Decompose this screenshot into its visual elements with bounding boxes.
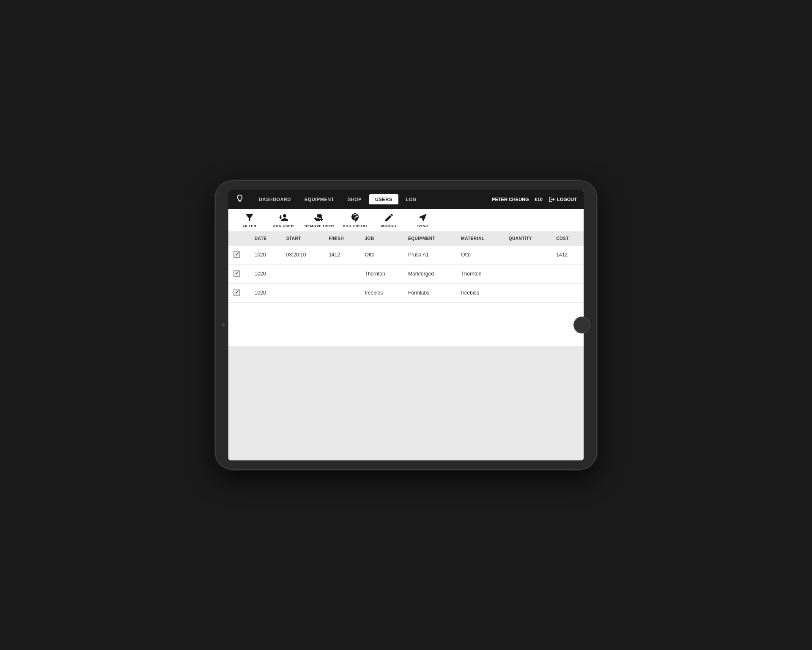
row-start: 03:20:10	[281, 245, 324, 264]
add-credit-button[interactable]: ADD CREDIT	[343, 212, 368, 228]
filter-icon	[244, 212, 255, 223]
row-checkbox-cell[interactable]	[228, 245, 250, 264]
sync-label: SYNC	[417, 224, 428, 228]
row-equipment: Formlabs	[403, 284, 456, 303]
tablet-screen: DASHBOARD EQUIPMENT SHOP USERS LOG PETER…	[228, 190, 584, 460]
row-job: Otto	[360, 245, 403, 264]
row-quantity	[504, 264, 551, 284]
modify-button[interactable]: MODIFY	[376, 212, 402, 228]
user-name: PETER CHEUNG	[492, 197, 529, 202]
row-date: 1020	[250, 245, 281, 264]
row-quantity	[504, 245, 551, 264]
table-header-row: DATE START FINISH JOB EQUIPMENT MATERIAL…	[228, 232, 584, 245]
table-row[interactable]: 102003:20:101412OttoPrusa A1Otto1412	[228, 245, 584, 264]
row-cost	[551, 284, 584, 303]
header-checkbox	[228, 232, 250, 245]
modify-icon	[384, 212, 394, 223]
data-table-container: DATE START FINISH JOB EQUIPMENT MATERIAL…	[228, 232, 584, 346]
nav-users[interactable]: USERS	[369, 194, 398, 204]
row-finish: 1412	[324, 245, 359, 264]
row-checkbox[interactable]	[233, 270, 240, 277]
table-row[interactable]: 1020ThorntonMarkforgedThornton	[228, 264, 584, 284]
data-table: DATE START FINISH JOB EQUIPMENT MATERIAL…	[228, 232, 584, 303]
toolbar: FILTER ADD USER REMOVE USER	[228, 209, 584, 232]
row-cost	[551, 264, 584, 284]
sync-button[interactable]: SYNC	[410, 212, 436, 228]
header-material: MATERIAL	[456, 232, 503, 245]
user-credit: £10	[535, 197, 543, 202]
row-quantity	[504, 284, 551, 303]
row-checkbox[interactable]	[233, 251, 240, 258]
app-logo	[235, 194, 244, 205]
nav-links: DASHBOARD EQUIPMENT SHOP USERS LOG	[253, 194, 492, 204]
row-start	[281, 284, 324, 303]
row-date: 1020	[250, 284, 281, 303]
add-user-button[interactable]: ADD USER	[271, 212, 296, 228]
row-start	[281, 264, 324, 284]
row-material: Thornton	[456, 264, 503, 284]
header-job: JOB	[360, 232, 403, 245]
add-credit-icon	[350, 212, 360, 223]
empty-content-area	[228, 346, 584, 460]
row-material: Otto	[456, 245, 503, 264]
nav-shop[interactable]: SHOP	[342, 194, 368, 204]
nav-equipment[interactable]: EQUIPMENT	[299, 194, 340, 204]
header-cost: COST	[551, 232, 584, 245]
nav-log[interactable]: LOG	[400, 194, 422, 204]
row-checkbox[interactable]	[233, 289, 240, 296]
logout-icon	[549, 196, 555, 203]
row-finish	[324, 284, 359, 303]
nav-dashboard[interactable]: DASHBOARD	[253, 194, 297, 204]
logout-button[interactable]: LOGOUT	[549, 196, 577, 203]
row-date: 1020	[250, 264, 281, 284]
row-material: freebies	[456, 284, 503, 303]
nav-right: PETER CHEUNG £10 LOGOUT	[492, 196, 577, 203]
add-credit-label: ADD CREDIT	[343, 224, 368, 228]
modify-label: MODIFY	[381, 224, 397, 228]
nav-bar: DASHBOARD EQUIPMENT SHOP USERS LOG PETER…	[228, 190, 584, 209]
header-finish: FINISH	[324, 232, 359, 245]
remove-user-button[interactable]: REMOVE USER	[304, 212, 334, 228]
tablet-frame: DASHBOARD EQUIPMENT SHOP USERS LOG PETER…	[216, 181, 596, 469]
row-job: freebies	[360, 284, 403, 303]
filter-button[interactable]: FILTER	[237, 212, 262, 228]
logout-label: LOGOUT	[557, 197, 577, 202]
header-quantity: QUANTITY	[504, 232, 551, 245]
row-equipment: Markforged	[403, 264, 456, 284]
remove-user-icon	[314, 212, 324, 223]
header-date: DATE	[250, 232, 281, 245]
header-equipment: EQUIPMENT	[403, 232, 456, 245]
remove-user-label: REMOVE USER	[304, 224, 334, 228]
add-user-icon	[278, 212, 288, 223]
filter-label: FILTER	[243, 224, 257, 228]
row-checkbox-cell[interactable]	[228, 284, 250, 303]
table-row[interactable]: 1020freebiesFormlabsfreebies	[228, 284, 584, 303]
row-cost: 1412	[551, 245, 584, 264]
header-start: START	[281, 232, 324, 245]
sync-icon	[418, 212, 428, 223]
add-user-label: ADD USER	[273, 224, 294, 228]
row-job: Thornton	[360, 264, 403, 284]
row-checkbox-cell[interactable]	[228, 264, 250, 284]
row-finish	[324, 264, 359, 284]
row-equipment: Prusa A1	[403, 245, 456, 264]
